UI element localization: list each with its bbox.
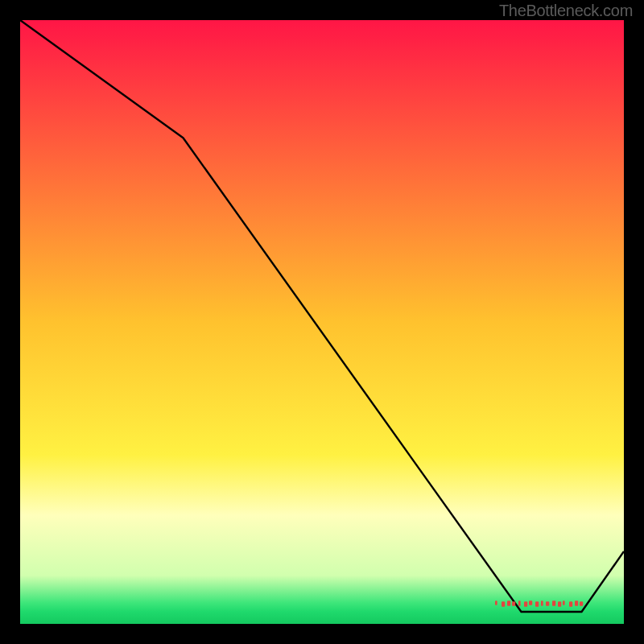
svg-rect-14: [575, 601, 578, 606]
svg-rect-2: [507, 601, 510, 606]
svg-rect-1: [502, 601, 505, 607]
svg-rect-0: [495, 601, 497, 605]
svg-rect-11: [558, 601, 561, 607]
svg-rect-4: [518, 601, 521, 606]
svg-rect-3: [512, 601, 515, 606]
svg-rect-6: [529, 601, 532, 605]
chart-container: [20, 20, 624, 624]
svg-rect-15: [580, 601, 583, 606]
svg-rect-12: [563, 601, 565, 605]
svg-rect-8: [541, 601, 543, 606]
svg-rect-7: [535, 601, 539, 607]
svg-rect-9: [546, 601, 549, 606]
chart-background: [20, 20, 624, 624]
svg-rect-10: [552, 601, 555, 606]
svg-rect-5: [524, 601, 527, 607]
svg-rect-13: [569, 601, 572, 607]
chart-svg: [20, 20, 624, 624]
attribution-label: TheBottleneck.com: [499, 2, 633, 20]
